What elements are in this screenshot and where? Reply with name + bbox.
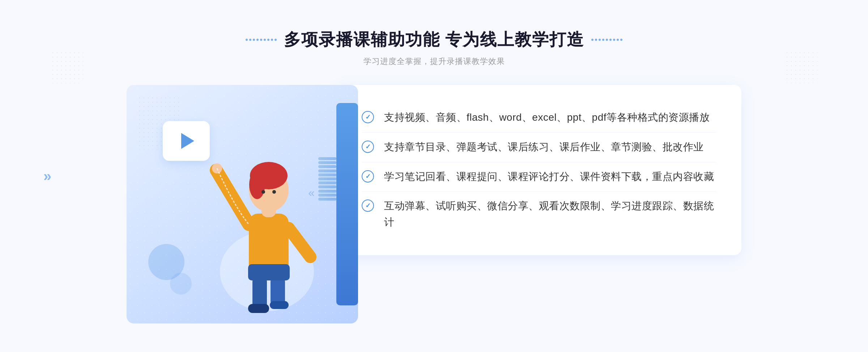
- check-icon-1: [362, 111, 374, 123]
- svg-rect-4: [270, 301, 289, 309]
- main-content: «: [127, 85, 741, 323]
- svg-line-6: [216, 170, 249, 224]
- svg-rect-15: [248, 264, 290, 280]
- feature-text-4: 互动弹幕、试听购买、微信分享、观看次数限制、学习进度跟踪、数据统计: [384, 198, 716, 231]
- dot-icon-left: [246, 39, 277, 41]
- feature-item-1: 支持视频、音频、flash、word、excel、ppt、pdf等各种格式的资源…: [362, 103, 716, 133]
- features-panel-wrapper: 支持视频、音频、flash、word、excel、ppt、pdf等各种格式的资源…: [347, 85, 741, 323]
- person-illustration: [205, 134, 328, 323]
- page-header: 多项录播课辅助功能 专为线上教学打造 学习进度全掌握，提升录播课教学效果: [246, 29, 623, 67]
- dot-pattern-top-left: [51, 51, 83, 83]
- check-icon-3: [362, 170, 374, 183]
- features-panel: 支持视频、音频、flash、word、excel、ppt、pdf等各种格式的资源…: [336, 85, 741, 255]
- check-icon-2: [362, 141, 374, 153]
- svg-point-12: [261, 190, 265, 194]
- feature-text-1: 支持视频、音频、flash、word、excel、ppt、pdf等各种格式的资源…: [384, 110, 710, 126]
- play-bubble: [163, 121, 210, 161]
- feature-text-3: 学习笔记回看、课程提问、课程评论打分、课件资料下载，重点内容收藏: [384, 169, 714, 185]
- dot-pattern-top-right: [785, 51, 817, 83]
- illustration-card: «: [127, 85, 358, 323]
- chevron-left-icon: »: [43, 168, 51, 184]
- deco-circle-small: [170, 273, 192, 295]
- page-subtitle: 学习进度全掌握，提升录播课教学效果: [246, 56, 623, 67]
- page-title: 多项录播课辅助功能 专为线上教学打造: [284, 29, 584, 51]
- svg-rect-3: [248, 304, 269, 313]
- feature-item-2: 支持章节目录、弹题考试、课后练习、课后作业、章节测验、批改作业: [362, 133, 716, 162]
- dot-icon-right: [591, 39, 622, 41]
- feature-item-4: 互动弹幕、试听购买、微信分享、观看次数限制、学习进度跟踪、数据统计: [362, 192, 716, 237]
- svg-point-11: [249, 170, 265, 199]
- check-icon-4: [362, 199, 374, 212]
- play-icon: [181, 133, 194, 149]
- feature-item-3: 学习笔记回看、课程提问、课程评论打分、课件资料下载，重点内容收藏: [362, 162, 716, 192]
- svg-point-13: [272, 190, 276, 194]
- title-row: 多项录播课辅助功能 专为线上教学打造: [246, 29, 623, 51]
- page-container: » 多项录播课辅助功能 专为线上教学打造 学习进度全掌握，提升录播课教学效果: [0, 0, 868, 352]
- accent-bar: [336, 103, 358, 305]
- feature-text-2: 支持章节目录、弹题考试、课后练习、课后作业、章节测验、批改作业: [384, 139, 704, 155]
